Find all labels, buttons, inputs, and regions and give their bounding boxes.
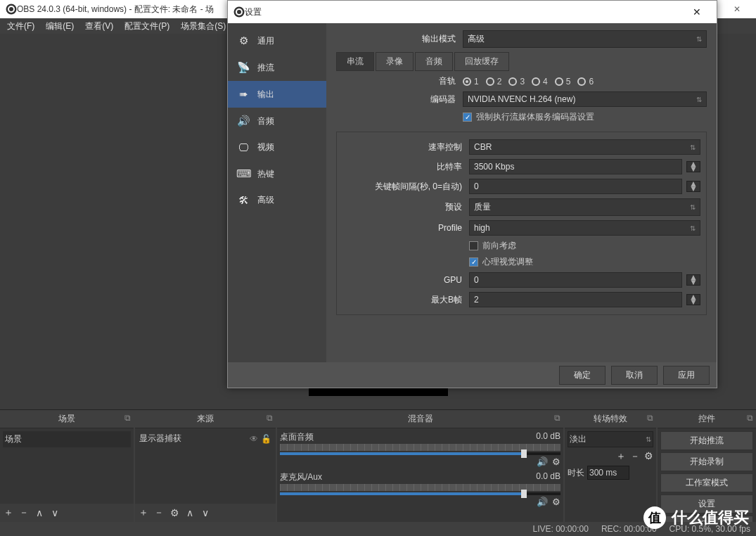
channel-name: 桌面音频 xyxy=(280,431,314,443)
monitor-icon: 🖵 xyxy=(236,141,250,153)
watermark: 值 什么值得买 xyxy=(643,506,749,529)
source-item[interactable]: 显示器捕获 👁🔓 xyxy=(138,431,273,446)
menu-view[interactable]: 查看(V) xyxy=(81,19,117,34)
source-up-button[interactable]: ∧ xyxy=(184,507,196,518)
tab-recording[interactable]: 录像 xyxy=(376,52,414,71)
close-button[interactable]: ✕ xyxy=(724,4,750,14)
speaker-icon[interactable]: 🔊 xyxy=(537,497,548,507)
transition-props-button[interactable]: ⚙ xyxy=(644,450,653,463)
lookahead-checkbox[interactable]: 前向考虑 xyxy=(469,240,700,252)
track-radios: 1 2 3 4 5 6 xyxy=(463,77,707,87)
start-recording-button[interactable]: 开始录制 xyxy=(660,452,753,471)
enforce-checkbox[interactable]: 强制执行流媒体服务编码器设置 xyxy=(463,111,707,123)
sources-dock: 来源⧉ 显示器捕获 👁🔓 ＋ － ⚙ ∧ ∨ xyxy=(135,410,276,522)
popout-icon[interactable]: ⧉ xyxy=(124,413,131,423)
mixer-channel-mic: 麦克风/Aux0.0 dB 🔊⚙ xyxy=(280,471,560,507)
output-mode-label: 输出模式 xyxy=(336,33,456,45)
remove-scene-button[interactable]: － xyxy=(18,506,30,519)
apply-button[interactable]: 应用 xyxy=(663,366,710,385)
source-label: 显示器捕获 xyxy=(139,433,181,445)
sources-title: 来源 xyxy=(197,414,214,423)
keyboard-icon: ⌨ xyxy=(236,167,250,180)
encoder-select[interactable]: NVIDIA NVENC H.264 (new)⇅ xyxy=(463,91,707,107)
start-streaming-button[interactable]: 开始推流 xyxy=(660,431,753,450)
transition-select[interactable]: 淡出⇅ xyxy=(568,431,653,447)
psycho-checkbox[interactable]: 心理视觉调整 xyxy=(469,256,700,268)
sidebar-output[interactable]: ➠输出 xyxy=(228,81,326,108)
volume-slider[interactable] xyxy=(280,492,560,495)
tab-audio[interactable]: 音频 xyxy=(415,52,453,71)
menu-edit[interactable]: 编辑(E) xyxy=(41,19,78,34)
add-transition-button[interactable]: ＋ xyxy=(616,450,626,463)
scenes-title: 场景 xyxy=(58,414,75,423)
track-radio-6[interactable]: 6 xyxy=(577,77,594,87)
tab-replay[interactable]: 回放缓存 xyxy=(454,52,509,71)
popout-icon[interactable]: ⧉ xyxy=(647,413,653,423)
output-tabs: 串流 录像 音频 回放缓存 xyxy=(336,52,707,71)
popout-icon[interactable]: ⧉ xyxy=(267,413,273,423)
channel-db: 0.0 dB xyxy=(536,431,560,443)
duration-label: 时长 xyxy=(568,467,584,479)
sidebar-advanced[interactable]: 🛠高级 xyxy=(228,187,326,213)
duration-input[interactable] xyxy=(587,466,629,480)
settings-main: 输出模式 高级⇅ 串流 录像 音频 回放缓存 音轨 1 2 3 4 5 6 xyxy=(326,23,717,362)
preset-select[interactable]: 质量⇅ xyxy=(469,198,700,216)
keyframe-spinner[interactable]: ▲▼ xyxy=(686,181,700,192)
output-mode-select[interactable]: 高级⇅ xyxy=(463,30,707,48)
speaker-icon: 🔊 xyxy=(236,115,250,127)
svg-point-2 xyxy=(9,7,13,11)
scene-up-button[interactable]: ∧ xyxy=(34,507,45,518)
track-radio-3[interactable]: 3 xyxy=(508,77,525,87)
menu-file[interactable]: 文件(F) xyxy=(3,19,39,34)
bitrate-spinner[interactable]: ▲▼ xyxy=(686,161,700,172)
keyframe-input[interactable]: 0 xyxy=(469,179,682,194)
popout-icon[interactable]: ⧉ xyxy=(747,413,753,423)
studio-mode-button[interactable]: 工作室模式 xyxy=(660,473,753,492)
gpu-label: GPU xyxy=(342,275,462,285)
source-down-button[interactable]: ∨ xyxy=(200,507,211,518)
mixer-title: 混音器 xyxy=(408,414,433,423)
sidebar-hotkeys[interactable]: ⌨热键 xyxy=(228,160,326,187)
speaker-icon[interactable]: 🔊 xyxy=(537,457,548,467)
bframes-input[interactable]: 2 xyxy=(469,292,682,307)
gear-icon[interactable]: ⚙ xyxy=(552,497,560,507)
rate-control-select[interactable]: CBR⇅ xyxy=(469,139,700,155)
close-button[interactable]: ✕ xyxy=(683,6,711,18)
gpu-spinner[interactable]: ▲▼ xyxy=(686,274,700,286)
volume-slider[interactable] xyxy=(280,452,560,455)
gpu-input[interactable]: 0 xyxy=(469,272,682,288)
menu-scene-collection[interactable]: 场景集合(S) xyxy=(177,19,230,34)
obs-logo-icon xyxy=(6,4,17,15)
tab-streaming[interactable]: 串流 xyxy=(336,52,374,71)
cancel-button[interactable]: 取消 xyxy=(611,366,658,385)
sidebar-stream[interactable]: 📡推流 xyxy=(228,54,326,81)
settings-dialog: 设置 ✕ ⚙通用 📡推流 ➠输出 🔊音频 🖵视频 ⌨热键 🛠高级 输出模式 高级… xyxy=(227,0,717,388)
track-radio-1[interactable]: 1 xyxy=(463,77,479,87)
obs-logo-icon xyxy=(233,6,245,18)
visibility-icon[interactable]: 👁 xyxy=(250,434,258,444)
track-radio-2[interactable]: 2 xyxy=(486,77,502,87)
track-radio-4[interactable]: 4 xyxy=(532,77,548,87)
sidebar-audio[interactable]: 🔊音频 xyxy=(228,108,326,134)
lock-icon[interactable]: 🔓 xyxy=(261,434,271,444)
sidebar-video[interactable]: 🖵视频 xyxy=(228,134,326,160)
watermark-badge: 值 xyxy=(643,506,666,529)
mixer-dock: 混音器⧉ 桌面音频0.0 dB 🔊⚙ 麦克风/Aux0.0 dB 🔊⚙ xyxy=(277,410,563,522)
menu-profile[interactable]: 配置文件(P) xyxy=(120,19,174,34)
track-radio-5[interactable]: 5 xyxy=(555,77,571,87)
gear-icon[interactable]: ⚙ xyxy=(552,457,560,467)
add-scene-button[interactable]: ＋ xyxy=(3,506,14,519)
ok-button[interactable]: 确定 xyxy=(559,366,606,385)
profile-select[interactable]: high⇅ xyxy=(469,220,700,236)
remove-source-button[interactable]: － xyxy=(153,506,165,519)
scene-item[interactable]: 场景 xyxy=(3,431,131,447)
bitrate-input[interactable]: 3500 Kbps xyxy=(469,159,682,174)
settings-titlebar: 设置 ✕ xyxy=(228,1,717,23)
popout-icon[interactable]: ⧉ xyxy=(554,413,560,423)
source-props-button[interactable]: ⚙ xyxy=(169,507,180,518)
scene-down-button[interactable]: ∨ xyxy=(49,507,60,518)
sidebar-general[interactable]: ⚙通用 xyxy=(228,27,326,54)
bframes-spinner[interactable]: ▲▼ xyxy=(686,294,700,305)
add-source-button[interactable]: ＋ xyxy=(138,506,149,519)
remove-transition-button[interactable]: － xyxy=(630,450,640,463)
